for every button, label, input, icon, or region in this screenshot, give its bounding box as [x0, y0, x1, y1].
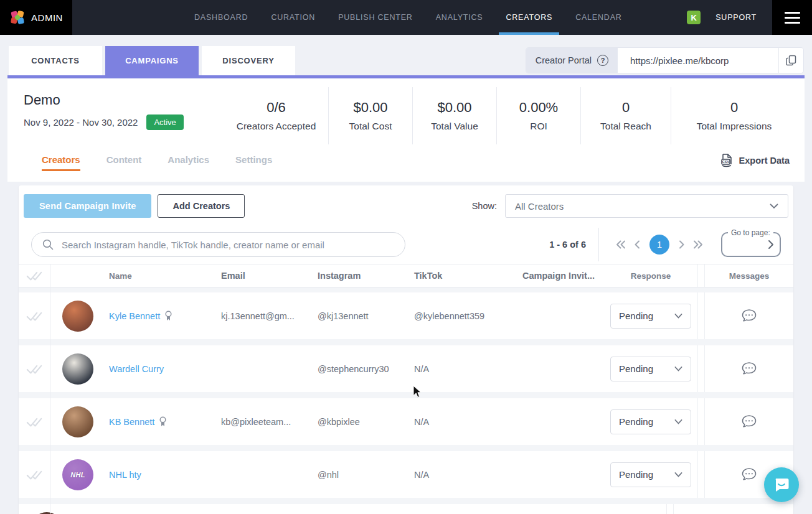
copy-url-button[interactable] [778, 48, 803, 73]
nav-item[interactable]: DASHBOARD [194, 0, 248, 35]
creator-row [19, 504, 793, 514]
creators-toolbar: Send Campaign Invite Add Creators Show: … [24, 194, 788, 218]
row-checkbox[interactable] [19, 469, 50, 481]
prev-page-button[interactable] [629, 235, 645, 255]
creator-name-link[interactable]: Kyle Bennett [109, 311, 160, 321]
creators-campaign-page: { "colors": { "nav_bg": "#20242e", "nav_… [0, 0, 812, 514]
user-avatar[interactable]: K [687, 11, 701, 24]
search-pagination-row: 1 - 6 of 6 1 Go to page: [31, 230, 781, 259]
avatar-label: NHL [70, 471, 85, 479]
response-select[interactable]: Pending [610, 462, 691, 487]
chat-widget-icon [773, 476, 790, 493]
message-creator-button[interactable] [741, 467, 757, 482]
creator-row: Wardell Curry @stephencurry30 N/A Pendin… [19, 345, 793, 392]
campaign-subtab[interactable]: Settings [228, 149, 280, 176]
stat-value: 0 [730, 100, 738, 116]
stat-value: 0.00% [519, 100, 558, 116]
creator-row: NHL NHL hty @nhl N/A [19, 451, 793, 498]
stat-label: Total Value [431, 121, 478, 132]
creator-tiktok: N/A [414, 470, 511, 480]
row-checkbox[interactable] [19, 416, 50, 428]
campaign-subtab[interactable]: Content [99, 149, 149, 176]
stat-label: Total Impressions [697, 121, 772, 132]
creator-name-link[interactable]: NHL hty [109, 470, 141, 480]
ambassador-badge-icon [159, 416, 167, 427]
stat-value: $0.00 [437, 100, 471, 116]
creator-avatar[interactable] [31, 512, 62, 514]
nav-right-group: K SUPPORT [687, 0, 812, 35]
chevron-down-icon [674, 419, 682, 424]
creator-portal-url[interactable]: https://pixlee.me/kbcorp [618, 48, 778, 73]
response-select[interactable]: Pending [610, 357, 691, 381]
app-logo[interactable]: ADMIN [0, 0, 72, 35]
creator-portal-label: Creator Portal ? [526, 48, 618, 73]
add-creators-button[interactable]: Add Creators [158, 194, 245, 218]
creator-instagram: @stephencurry30 [318, 364, 414, 374]
ambassador-badge-icon [164, 311, 172, 321]
nav-item[interactable]: PUBLISH CENTER [338, 0, 413, 35]
portal-tab[interactable]: CAMPAIGNS [105, 46, 199, 75]
table-rows: Kyle Bennett kj.13ennett@gm... @kj13enne… [19, 287, 793, 514]
creator-name-link[interactable]: Wardell Curry [109, 364, 164, 374]
stat-label: Creators Accepted [237, 121, 316, 132]
column-divider [697, 264, 705, 287]
search-box[interactable] [31, 232, 405, 257]
header-name: Name [109, 271, 221, 281]
results-range: 1 - 6 of 6 [549, 240, 586, 250]
goto-page-input[interactable] [729, 240, 765, 250]
campaign-subtabs: CreatorsContentAnalyticsSettings [34, 149, 280, 176]
campaign-date-range: Nov 9, 2022 - Nov 30, 2022 [24, 117, 138, 128]
search-input[interactable] [62, 240, 394, 250]
message-creator-button[interactable] [741, 362, 757, 376]
creator-row: Kyle Bennett kj.13ennett@gm... @kj13enne… [19, 292, 793, 339]
header-messages: Messages [705, 271, 793, 281]
campaign-info: Demo Nov 9, 2022 - Nov 30, 2022 Active [24, 92, 184, 130]
first-page-button[interactable] [613, 235, 629, 255]
creator-avatar[interactable] [62, 406, 93, 437]
creator-name-link[interactable]: KB Bennett [109, 417, 154, 427]
stat-item: $0.00 Total Cost [328, 87, 412, 144]
chevron-down-icon [674, 367, 682, 371]
select-all-checkbox[interactable] [19, 269, 50, 282]
export-data-button[interactable]: CSV Export Data [720, 153, 790, 168]
admin-logo-label: ADMIN [31, 12, 63, 23]
creator-avatar[interactable] [62, 301, 93, 332]
send-campaign-invite-button[interactable]: Send Campaign Invite [24, 194, 151, 218]
current-page-button[interactable]: 1 [649, 235, 669, 255]
help-icon[interactable]: ? [597, 55, 608, 66]
next-page-button[interactable] [674, 235, 690, 255]
creator-email: kj.13ennett@gm... [221, 311, 318, 321]
column-divider [666, 504, 674, 514]
show-filter-select[interactable]: All Creators [505, 194, 788, 218]
top-navigation-bar: ADMIN DASHBOARDCURATIONPUBLISH CENTERANA… [0, 0, 812, 35]
portal-tabs: CONTACTSCAMPAIGNSDISCOVERY [9, 46, 295, 75]
creators-table: Name Email Instagram TikTok Campaign Inv… [19, 264, 793, 514]
response-select[interactable]: Pending [610, 409, 691, 434]
support-link[interactable]: SUPPORT [715, 13, 757, 22]
nav-item[interactable]: CURATION [271, 0, 315, 35]
message-creator-button[interactable] [741, 414, 757, 429]
csv-file-icon: CSV [720, 153, 734, 168]
portal-tab[interactable]: DISCOVERY [202, 46, 295, 75]
nav-item[interactable]: ANALYTICS [436, 0, 483, 35]
goto-page-submit[interactable] [768, 240, 774, 250]
goto-page-box: Go to page: [721, 232, 781, 257]
row-checkbox[interactable] [19, 310, 50, 322]
response-select[interactable]: Pending [610, 304, 691, 329]
nav-item[interactable]: CALENDAR [575, 0, 621, 35]
chat-widget-button[interactable] [764, 467, 799, 502]
last-page-button[interactable] [690, 235, 706, 255]
copy-icon [786, 55, 797, 66]
creator-avatar[interactable] [62, 353, 93, 385]
creator-tiktok: @kylebennett359 [414, 311, 511, 321]
hamburger-menu-icon[interactable] [772, 0, 812, 35]
row-checkbox[interactable] [19, 363, 50, 375]
campaign-subtab[interactable]: Creators [34, 149, 88, 176]
stat-label: Total Reach [600, 121, 651, 132]
nav-item[interactable]: CREATORS [506, 0, 552, 35]
portal-tab[interactable]: CONTACTS [9, 46, 102, 75]
creator-avatar[interactable]: NHL [62, 459, 93, 490]
message-creator-button[interactable] [741, 309, 757, 323]
campaign-subtab[interactable]: Analytics [160, 149, 217, 176]
column-divider [697, 451, 705, 498]
